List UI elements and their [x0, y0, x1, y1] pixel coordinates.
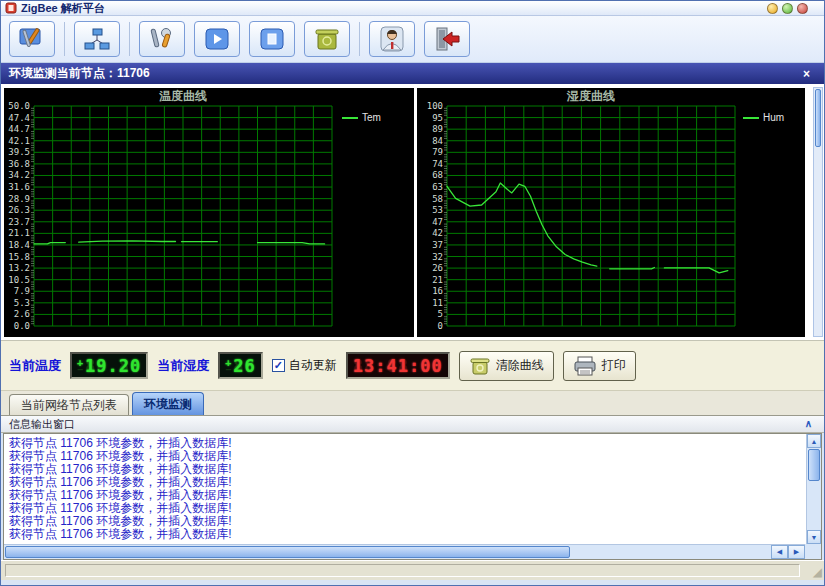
tab-node-list[interactable]: 当前网络节点列表: [9, 394, 129, 415]
message-output-area: 获得节点 11706 环境参数，并插入数据库!获得节点 11706 环境参数，并…: [3, 433, 822, 560]
settings-icon: [18, 26, 46, 52]
toolbar-exit-button[interactable]: [424, 21, 470, 57]
log-line: 获得节点 11706 环境参数，并插入数据库!: [9, 528, 800, 541]
toolbar-user-button[interactable]: [369, 21, 415, 57]
user-icon: [378, 26, 406, 52]
status-bar-panel: [5, 564, 800, 577]
print-label: 打印: [602, 357, 626, 374]
readout-row: 当前温度 +− 88.8819.20 当前湿度 +− 8826 ✓ 自动更新 8…: [1, 341, 824, 391]
maximize-button[interactable]: [782, 3, 793, 14]
svg-text:63: 63: [432, 182, 443, 192]
toolbar-start-button[interactable]: [194, 21, 240, 57]
svg-text:53: 53: [432, 205, 443, 215]
stop-icon: [258, 26, 286, 52]
print-button[interactable]: 打印: [563, 351, 636, 381]
trash-icon: [469, 356, 491, 376]
svg-text:39.5: 39.5: [8, 147, 30, 157]
toolbar-separator: [129, 22, 130, 56]
scrollbar-track[interactable]: [807, 482, 821, 530]
led-minus-sign: −: [77, 366, 83, 373]
vertical-scrollbar-thumb[interactable]: [808, 449, 820, 481]
svg-text:47.4: 47.4: [8, 113, 30, 123]
tab-environment-monitor[interactable]: 环境监测: [132, 392, 204, 415]
svg-text:32: 32: [432, 252, 443, 262]
title-bar: ZigBee 解析平台: [1, 1, 824, 16]
trash-icon: [313, 26, 341, 52]
svg-text:2.6: 2.6: [14, 309, 30, 319]
temperature-led-display: +− 88.8819.20: [70, 352, 148, 379]
scroll-up-icon[interactable]: ▲: [807, 434, 821, 448]
log-horizontal-scrollbar[interactable]: ◀ ▶: [4, 544, 805, 559]
close-button[interactable]: [797, 3, 808, 14]
svg-text:31.6: 31.6: [8, 182, 30, 192]
svg-text:79: 79: [432, 147, 443, 157]
resize-grip[interactable]: ◢: [813, 565, 822, 579]
svg-text:23.7: 23.7: [8, 217, 30, 227]
svg-text:84: 84: [432, 136, 443, 146]
svg-text:26.3: 26.3: [8, 205, 30, 215]
collapse-chevron-icon[interactable]: ∧: [801, 419, 816, 429]
checkmark-icon: ✓: [274, 359, 283, 372]
printer-icon: [573, 356, 597, 376]
window-controls: [767, 3, 808, 14]
chart-canvas: 100958984797468635853474237322621161150湿…: [417, 88, 805, 337]
svg-text:58: 58: [432, 194, 443, 204]
svg-text:7.9: 7.9: [14, 286, 30, 296]
minimize-button[interactable]: [767, 3, 778, 14]
clock-value: 13:41:00: [353, 356, 443, 376]
scrollbar-track[interactable]: [571, 545, 771, 559]
svg-text:18.4: 18.4: [8, 240, 30, 250]
svg-text:42: 42: [432, 228, 443, 238]
temperature-chart: 50.047.444.742.139.536.834.231.628.926.3…: [4, 88, 414, 336]
humidity-led-display: +− 8826: [218, 352, 263, 379]
scroll-right-icon[interactable]: ▶: [788, 545, 805, 559]
svg-text:89: 89: [432, 124, 443, 134]
exit-icon: [433, 26, 461, 52]
svg-text:37: 37: [432, 240, 443, 250]
banner-close-icon[interactable]: ×: [803, 68, 810, 80]
charts-panel: 50.047.444.742.139.536.834.231.628.926.3…: [1, 84, 824, 341]
charts-scrollbar[interactable]: [813, 87, 823, 337]
humidity-chart: 100958984797468635853474237322621161150湿…: [417, 88, 805, 336]
scroll-left-icon[interactable]: ◀: [771, 545, 788, 559]
log-vertical-scrollbar[interactable]: ▲ ▼: [806, 434, 821, 544]
window-title: ZigBee 解析平台: [21, 1, 767, 16]
charts-scrollbar-thumb[interactable]: [815, 89, 821, 147]
svg-text:0: 0: [438, 321, 443, 331]
scroll-down-icon[interactable]: ▼: [807, 530, 821, 544]
toolbar-topology-button[interactable]: [74, 21, 120, 57]
app-icon: [5, 2, 17, 14]
current-temperature-label: 当前温度: [9, 357, 61, 375]
output-header-label: 信息输出窗口: [9, 417, 75, 432]
svg-text:5.3: 5.3: [14, 298, 30, 308]
horizontal-scrollbar-thumb[interactable]: [5, 546, 570, 558]
log-lines: 获得节点 11706 环境参数，并插入数据库!获得节点 11706 环境参数，并…: [4, 434, 805, 544]
app-window: ZigBee 解析平台: [0, 0, 825, 586]
toolbar-tools-button[interactable]: [139, 21, 185, 57]
toolbar-clear-button[interactable]: [304, 21, 350, 57]
toolbar-separator: [359, 22, 360, 56]
svg-text:95: 95: [432, 113, 443, 123]
toolbar-stop-button[interactable]: [249, 21, 295, 57]
svg-text:温度曲线: 温度曲线: [159, 89, 207, 103]
auto-update-checkbox[interactable]: ✓: [272, 359, 285, 372]
svg-text:34.2: 34.2: [8, 170, 30, 180]
toolbar-separator: [64, 22, 65, 56]
clear-curve-button[interactable]: 清除曲线: [459, 351, 554, 381]
environment-banner: 环境监测当前节点：11706 ×: [1, 63, 824, 84]
tools-icon: [148, 26, 176, 52]
toolbar-settings-button[interactable]: [9, 21, 55, 57]
temperature-value: 19.20: [85, 356, 141, 376]
svg-text:15.8: 15.8: [8, 252, 30, 262]
svg-text:Hum: Hum: [763, 112, 784, 123]
svg-text:Tem: Tem: [362, 112, 381, 123]
chart-canvas: 50.047.444.742.139.536.834.231.628.926.3…: [4, 88, 414, 337]
svg-text:11: 11: [432, 298, 443, 308]
toolbar: [1, 16, 824, 63]
svg-text:湿度曲线: 湿度曲线: [566, 89, 615, 103]
clear-curve-label: 清除曲线: [496, 357, 544, 374]
svg-text:10.5: 10.5: [8, 275, 30, 285]
svg-text:100: 100: [427, 101, 443, 111]
svg-text:0.0: 0.0: [14, 321, 30, 331]
svg-text:21: 21: [432, 275, 443, 285]
